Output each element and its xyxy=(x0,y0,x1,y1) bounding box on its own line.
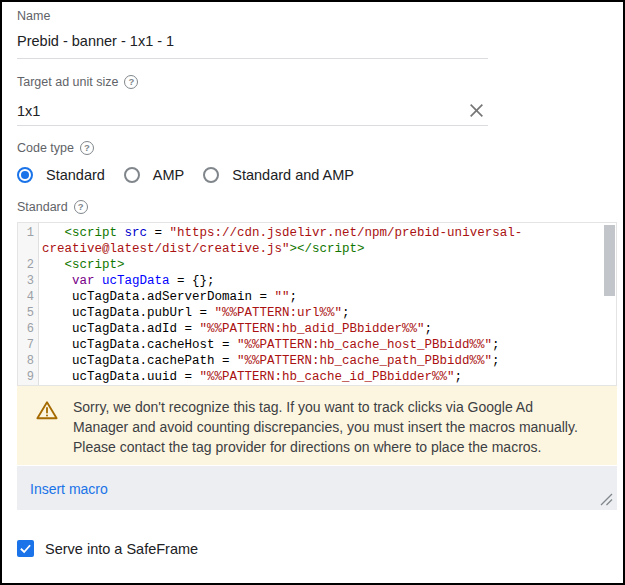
warning-icon xyxy=(36,400,58,420)
close-icon xyxy=(468,102,485,119)
line-number: 6 xyxy=(18,321,39,337)
code-line: creative@latest/dist/creative.js"></scri… xyxy=(18,241,616,257)
line-number: 3 xyxy=(18,273,39,289)
code-line: 5 ucTagData.pubUrl = "%%PATTERN:url%%"; xyxy=(18,305,616,321)
radio-standard[interactable]: Standard xyxy=(17,167,105,183)
code-type-label: Code type ? xyxy=(17,141,617,155)
target-size-label-text: Target ad unit size xyxy=(17,75,118,89)
line-number: 9 xyxy=(18,369,39,385)
standard-code-section: Standard ? 1 <script src = "https://cdn.… xyxy=(17,200,617,510)
radio-amp[interactable]: AMP xyxy=(124,167,184,183)
line-number: 4 xyxy=(18,289,39,305)
line-number: 8 xyxy=(18,353,39,369)
code-line: 4 ucTagData.adServerDomain = ""; xyxy=(18,289,616,305)
tag-editor: 1 <script src = "https://cdn.jsdelivr.ne… xyxy=(17,222,617,510)
clear-button[interactable] xyxy=(468,102,485,119)
code-line: 9 ucTagData.uuid = "%%PATTERN:hb_cache_i… xyxy=(18,369,616,385)
radio-icon xyxy=(124,167,140,183)
help-icon[interactable]: ? xyxy=(74,200,88,214)
line-number xyxy=(18,241,39,257)
code-editor[interactable]: 1 <script src = "https://cdn.jsdelivr.ne… xyxy=(17,222,617,386)
editor-footer: Insert macro xyxy=(17,465,617,510)
name-input-value: Prebid - banner - 1x1 - 1 xyxy=(17,33,174,49)
radio-icon xyxy=(17,167,33,183)
radio-amp-label: AMP xyxy=(153,167,184,183)
tag-warning-banner: Sorry, we don't recognize this tag. If y… xyxy=(17,386,617,465)
name-input[interactable]: Prebid - banner - 1x1 - 1 xyxy=(17,33,488,59)
help-icon[interactable]: ? xyxy=(124,75,138,89)
code-type-options: Standard AMP Standard and AMP xyxy=(17,167,617,183)
code-type-label-text: Code type xyxy=(17,141,74,155)
resize-handle-icon[interactable] xyxy=(600,493,613,506)
safeframe-checkbox[interactable] xyxy=(17,540,34,557)
standard-label-text: Standard xyxy=(17,200,68,214)
code-line: 7 ucTagData.cacheHost = "%%PATTERN:hb_ca… xyxy=(18,337,616,353)
line-number: 1 xyxy=(18,225,39,241)
help-icon[interactable]: ? xyxy=(80,141,94,155)
check-icon xyxy=(19,542,32,555)
name-label: Name xyxy=(17,9,617,23)
code-content[interactable]: 1 <script src = "https://cdn.jsdelivr.ne… xyxy=(18,225,616,385)
standard-label: Standard ? xyxy=(17,200,617,214)
radio-standard-label: Standard xyxy=(46,167,105,183)
line-number: 5 xyxy=(18,305,39,321)
safeframe-row: Serve into a SafeFrame xyxy=(17,540,617,557)
target-size-label: Target ad unit size ? xyxy=(17,75,617,89)
code-type-field: Code type ? Standard AMP Standard and AM… xyxy=(17,141,617,183)
target-size-value: 1x1 xyxy=(17,103,40,119)
code-line: 8 ucTagData.cachePath = "%%PATTERN:hb_ca… xyxy=(18,353,616,369)
line-number: 2 xyxy=(18,257,39,273)
target-size-input[interactable]: 1x1 xyxy=(17,102,488,126)
radio-standard-and-amp[interactable]: Standard and AMP xyxy=(203,167,354,183)
radio-standard-and-amp-label: Standard and AMP xyxy=(232,167,354,183)
name-label-text: Name xyxy=(17,9,50,23)
code-line: 3 var ucTagData = {}; xyxy=(18,273,616,289)
name-field: Name Prebid - banner - 1x1 - 1 xyxy=(17,9,617,59)
code-line: 2 <script> xyxy=(18,257,616,273)
code-line: 1 <script src = "https://cdn.jsdelivr.ne… xyxy=(18,225,616,241)
insert-macro-link[interactable]: Insert macro xyxy=(30,481,108,497)
safeframe-label: Serve into a SafeFrame xyxy=(45,541,198,557)
line-number: 7 xyxy=(18,337,39,353)
target-size-field: Target ad unit size ? 1x1 xyxy=(17,75,617,126)
radio-icon xyxy=(203,167,219,183)
warning-message: Sorry, we don't recognize this tag. If y… xyxy=(73,397,578,457)
vertical-scrollbar[interactable] xyxy=(604,225,615,296)
code-line: 6 ucTagData.adId = "%%PATTERN:hb_adid_PB… xyxy=(18,321,616,337)
